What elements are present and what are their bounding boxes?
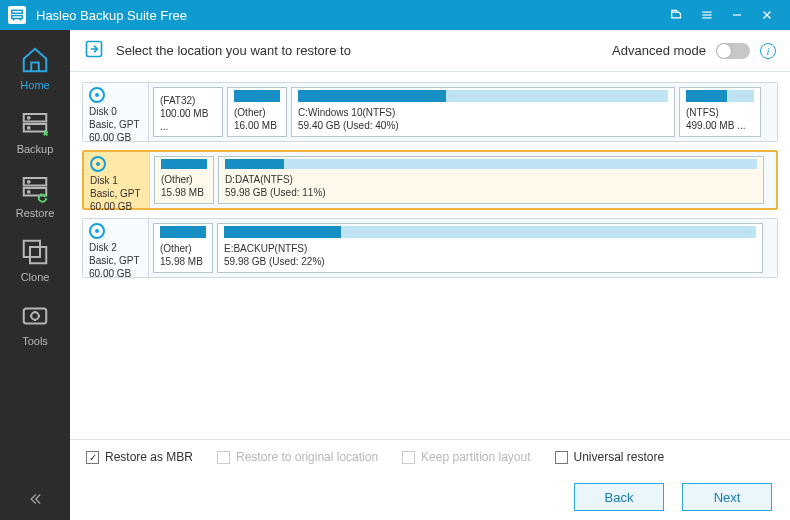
nav-home[interactable]: Home	[0, 36, 70, 100]
nav-label: Home	[20, 79, 49, 91]
footer: Back Next	[70, 474, 790, 520]
usage-bar	[224, 226, 756, 238]
advanced-mode-toggle[interactable]	[716, 43, 750, 59]
partition[interactable]: (Other)15.98 MB	[153, 223, 213, 273]
disk-name: Disk 2	[89, 241, 142, 254]
option-universal-restore[interactable]: Universal restore	[555, 450, 665, 464]
nav-restore[interactable]: Restore	[0, 164, 70, 228]
collapse-sidebar-icon[interactable]	[26, 490, 44, 512]
partition-size: 15.98 MB	[161, 186, 207, 199]
minimize-button[interactable]	[722, 0, 752, 30]
disk-header[interactable]: Disk 2Basic, GPT60.00 GB	[83, 219, 149, 277]
disk-name: Disk 0	[89, 105, 142, 118]
partition[interactable]: E:BACKUP(NTFS)59.98 GB (Used: 22%)	[217, 223, 763, 273]
partition-label: (NTFS)	[686, 106, 754, 119]
svg-rect-0	[12, 10, 23, 13]
svg-rect-1	[12, 16, 23, 19]
advanced-mode-label: Advanced mode	[612, 43, 706, 58]
partition-size: 59.40 GB (Used: 40%)	[298, 119, 668, 132]
usage-bar	[160, 226, 206, 238]
disk-size: 60.00 GB	[89, 267, 142, 280]
restore-options: ✓ Restore as MBR Restore to original loc…	[70, 439, 790, 474]
menu-icon[interactable]	[692, 0, 722, 30]
header-bar: Select the location you want to restore …	[70, 30, 790, 72]
partition-size: 15.98 MB	[160, 255, 206, 268]
nav-label: Clone	[21, 271, 50, 283]
disk-size: 60.00 GB	[90, 200, 143, 213]
disk-icon	[90, 156, 106, 172]
titlebar: Hasleo Backup Suite Free	[0, 0, 790, 30]
option-original-location: Restore to original location	[217, 450, 378, 464]
partition-label: E:BACKUP(NTFS)	[224, 242, 756, 255]
header-prompt: Select the location you want to restore …	[116, 43, 351, 58]
svg-point-14	[28, 181, 30, 183]
disk-header[interactable]: Disk 0Basic, GPT60.00 GB	[83, 83, 149, 141]
svg-rect-18	[24, 309, 47, 324]
disk-icon	[89, 87, 105, 103]
checkbox-icon	[555, 451, 568, 464]
partition[interactable]: (FAT32)100.00 MB ...	[153, 87, 223, 137]
usage-bar	[225, 159, 757, 169]
checkbox-icon	[217, 451, 230, 464]
checkbox-icon	[402, 451, 415, 464]
disk-type: Basic, GPT	[89, 118, 142, 131]
disk-type: Basic, GPT	[89, 254, 142, 267]
partition-size: 16.00 MB	[234, 119, 280, 132]
svg-point-11	[28, 127, 30, 129]
partition[interactable]: (NTFS)499.00 MB ...	[679, 87, 761, 137]
close-button[interactable]	[752, 0, 782, 30]
disk-list: Disk 0Basic, GPT60.00 GB(FAT32)100.00 MB…	[70, 72, 790, 439]
sidebar: Home Backup Restore Clone Tools	[0, 30, 70, 520]
disk-name: Disk 1	[90, 174, 143, 187]
partition-container: (Other)15.98 MBE:BACKUP(NTFS)59.98 GB (U…	[149, 219, 777, 277]
partition-label: D:DATA(NTFS)	[225, 173, 757, 186]
checkbox-icon: ✓	[86, 451, 99, 464]
partition-label: (FAT32)	[160, 94, 216, 107]
open-icon[interactable]	[662, 0, 692, 30]
usage-bar	[234, 90, 280, 102]
main-panel: Select the location you want to restore …	[70, 30, 790, 520]
disk-row[interactable]: Disk 2Basic, GPT60.00 GB(Other)15.98 MBE…	[82, 218, 778, 278]
usage-bar	[298, 90, 668, 102]
nav-tools[interactable]: Tools	[0, 292, 70, 356]
partition-label: C:Windows 10(NTFS)	[298, 106, 668, 119]
option-restore-mbr[interactable]: ✓ Restore as MBR	[86, 450, 193, 464]
nav-label: Backup	[17, 143, 54, 155]
svg-rect-16	[24, 241, 40, 257]
restore-location-icon	[84, 39, 104, 62]
disk-icon	[89, 223, 105, 239]
svg-point-19	[31, 312, 39, 320]
nav-clone[interactable]: Clone	[0, 228, 70, 292]
disk-row[interactable]: Disk 1Basic, GPT60.00 GB(Other)15.98 MBD…	[82, 150, 778, 210]
partition-size: 499.00 MB ...	[686, 119, 754, 132]
partition-label: (Other)	[161, 173, 207, 186]
partition[interactable]: D:DATA(NTFS)59.98 GB (Used: 11%)	[218, 156, 764, 204]
back-button[interactable]: Back	[574, 483, 664, 511]
app-icon	[8, 6, 26, 24]
svg-point-10	[28, 117, 30, 119]
partition[interactable]: (Other)15.98 MB	[154, 156, 214, 204]
partition-size: 59.98 GB (Used: 22%)	[224, 255, 756, 268]
partition-label: (Other)	[160, 242, 206, 255]
nav-backup[interactable]: Backup	[0, 100, 70, 164]
nav-label: Tools	[22, 335, 48, 347]
app-title: Hasleo Backup Suite Free	[36, 8, 662, 23]
usage-bar	[686, 90, 754, 102]
partition[interactable]: C:Windows 10(NTFS)59.40 GB (Used: 40%)	[291, 87, 675, 137]
partition-label: (Other)	[234, 106, 280, 119]
svg-point-15	[28, 191, 30, 193]
partition-size: 100.00 MB ...	[160, 107, 216, 133]
disk-header[interactable]: Disk 1Basic, GPT60.00 GB	[84, 152, 150, 208]
next-button[interactable]: Next	[682, 483, 772, 511]
info-icon[interactable]: i	[760, 43, 776, 59]
option-keep-layout: Keep partition layout	[402, 450, 530, 464]
disk-type: Basic, GPT	[90, 187, 143, 200]
partition-container: (FAT32)100.00 MB ...(Other)16.00 MBC:Win…	[149, 83, 777, 141]
svg-rect-17	[30, 247, 46, 263]
nav-label: Restore	[16, 207, 55, 219]
partition-size: 59.98 GB (Used: 11%)	[225, 186, 757, 199]
partition[interactable]: (Other)16.00 MB	[227, 87, 287, 137]
disk-size: 60.00 GB	[89, 131, 142, 144]
disk-row[interactable]: Disk 0Basic, GPT60.00 GB(FAT32)100.00 MB…	[82, 82, 778, 142]
partition-container: (Other)15.98 MBD:DATA(NTFS)59.98 GB (Use…	[150, 152, 776, 208]
